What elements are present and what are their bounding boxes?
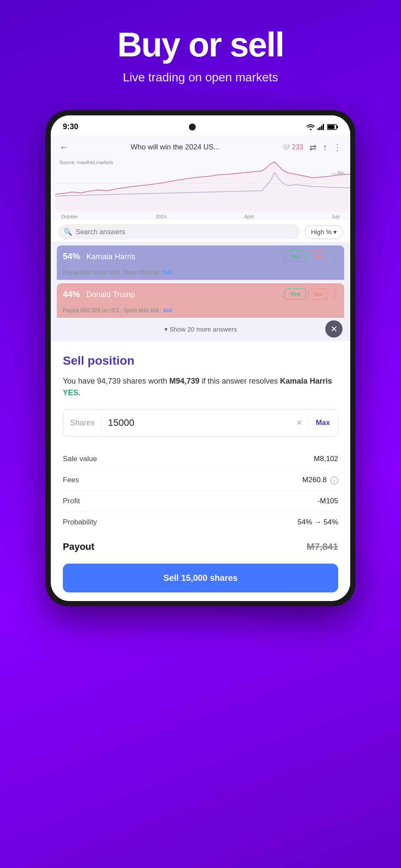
fees-info-icon[interactable]: i — [330, 477, 338, 484]
x-label-april: April — [244, 214, 253, 219]
repost-icon[interactable]: ⇄ — [309, 142, 317, 152]
answer-row-trump: 44% Donald Trump Yes No ⋮ Payout M92,828… — [57, 283, 344, 318]
hero-subtitle: Live trading on open markets — [17, 71, 384, 84]
svg-rect-1 — [318, 128, 319, 130]
more-icon-kamala[interactable]: ⋮ — [330, 251, 338, 261]
answers-overlay: 54% Kamala Harris Yes No ⋮ Payout M94,73… — [51, 242, 350, 341]
chart-header: ← Who will win the 2024 US... 🤍 233 ⇄ ↑ … — [51, 139, 350, 155]
sell-link-trump[interactable]: Sell — [163, 307, 172, 313]
answer-info-trump: 44% Donald Trump — [63, 289, 135, 299]
summary-row-probability: Probability 54% → 54% — [63, 512, 338, 533]
sell-link-kamala[interactable]: Sell — [163, 270, 172, 276]
svg-rect-6 — [337, 126, 338, 128]
fees-label: Fees — [63, 476, 79, 484]
svg-point-0 — [310, 129, 312, 130]
status-time: 9:30 — [63, 122, 78, 131]
no-button-kamala[interactable]: No — [308, 251, 328, 262]
chart-source: Source: manifold.markets — [59, 160, 113, 165]
payout-value-trump: M92,828 — [80, 307, 101, 313]
payout-label-trump: Payout — [63, 307, 80, 313]
battery-icon — [327, 124, 338, 130]
search-icon: 🔍 — [64, 228, 72, 236]
summary-row-profit: Profit -M105 — [63, 491, 338, 512]
shares-label: Shares — [63, 411, 102, 435]
spent-value-trump: M44,468 — [139, 307, 159, 313]
answers-section: 54% Kamala Harris Yes No ⋮ Payout M94,73… — [51, 242, 350, 341]
search-input[interactable] — [76, 228, 294, 236]
search-section: 🔍 High % ▾ — [51, 220, 350, 242]
heart-count: 233 — [292, 143, 303, 151]
summary-row-fees: Fees M260.8 i — [63, 470, 338, 491]
probability-label: Probability — [63, 518, 97, 527]
sell-button[interactable]: Sell 15,000 shares — [63, 564, 338, 592]
spent-value-kamala: M50,193 — [139, 270, 159, 276]
sale-value-value: M8,102 — [314, 455, 338, 463]
x-label-2024: 2024 — [156, 214, 166, 219]
status-camera — [189, 124, 196, 130]
yes-button-trump[interactable]: Yes — [284, 288, 306, 300]
chart-zero-label: — 0% — [331, 170, 344, 176]
back-button[interactable]: ← — [59, 142, 69, 153]
filter-chevron-icon: ▾ — [333, 228, 337, 236]
more-icon[interactable]: ⋮ — [333, 142, 342, 152]
chart-container: Source: manifold.markets — 0% October — [51, 155, 350, 220]
filter-label: High % — [311, 228, 332, 236]
chart-title: Who will win the 2024 US... — [73, 143, 277, 152]
x-label-october: October — [61, 214, 78, 219]
profit-label: Profit — [63, 497, 80, 505]
shares-max-button[interactable]: Max — [308, 411, 338, 435]
payout-label: Payout — [63, 541, 94, 552]
separator-trump: · — [160, 307, 163, 313]
status-icons — [306, 124, 338, 130]
shares-clear-icon[interactable]: ✕ — [291, 418, 308, 428]
more-icon-trump[interactable]: ⋮ — [330, 289, 338, 299]
x-label-july: July — [331, 214, 340, 219]
payout-value-kamala: M94,739 — [80, 270, 101, 276]
payout-on-kamala: on YES · Spent — [102, 270, 139, 276]
answer-info-kamala: 54% Kamala Harris — [63, 251, 136, 261]
payout-value: M7,841 — [307, 541, 338, 552]
heart-icon: 🤍 — [281, 143, 290, 152]
answer-name-kamala: Kamala Harris — [86, 252, 135, 261]
svg-rect-7 — [328, 125, 335, 129]
sell-description: You have 94,739 shares worth M94,739 if … — [63, 375, 338, 399]
filter-button[interactable]: High % ▾ — [305, 225, 343, 239]
svg-rect-4 — [323, 124, 324, 130]
search-bar[interactable]: 🔍 — [58, 224, 300, 239]
sell-title: Sell position — [63, 354, 338, 368]
shares-input-row[interactable]: Shares 15000 ✕ Max — [63, 409, 338, 437]
share-icon[interactable]: ↑ — [323, 143, 327, 152]
answer-name-trump: Donald Trump — [86, 290, 135, 299]
fees-value: M260.8 i — [302, 476, 338, 484]
answer-row-kamala: 54% Kamala Harris Yes No ⋮ Payout M94,73… — [57, 245, 344, 280]
answer-btns-kamala: Yes No ⋮ — [284, 251, 338, 262]
answer-main-kamala: 54% Kamala Harris Yes No ⋮ — [57, 245, 344, 267]
separator-kamala: · — [160, 270, 163, 276]
shares-value[interactable]: 15000 — [102, 409, 291, 436]
payout-label-kamala: Payout — [63, 270, 80, 276]
hero-title: Buy or sell — [17, 26, 384, 64]
probability-value: 54% → 54% — [298, 518, 339, 527]
chart-section: ← Who will win the 2024 US... 🤍 233 ⇄ ↑ … — [51, 135, 350, 220]
heart-button[interactable]: 🤍 233 — [281, 143, 303, 152]
answer-details-kamala: Payout M94,739 on YES · Spent M50,193 · … — [57, 267, 344, 280]
show-more-button[interactable]: ▾ Show 20 more answers — [57, 321, 344, 338]
profit-value: -M105 — [318, 497, 338, 505]
sell-desc-resolve: YES — [63, 388, 78, 397]
sell-desc-1: You have 94,739 shares worth — [63, 377, 170, 385]
answer-details-trump: Payout M92,828 on YES · Spent M44,468 · … — [57, 305, 344, 318]
wifi-icon — [306, 124, 315, 130]
summary-section: Sale value M8,102 Fees M260.8 i Profit -… — [63, 449, 338, 533]
no-button-trump[interactable]: No — [308, 288, 328, 300]
close-button[interactable]: ✕ — [325, 320, 342, 338]
answer-pct-trump: 44% — [63, 289, 80, 299]
answer-pct-kamala: 54% — [63, 251, 80, 261]
sell-desc-mana: M94,739 — [170, 377, 200, 385]
chart-actions: 🤍 233 ⇄ ↑ ⋮ — [281, 142, 342, 152]
yes-button-kamala[interactable]: Yes — [284, 251, 306, 262]
status-bar: 9:30 — [51, 115, 350, 135]
chart-x-labels: October 2024 April July — [55, 213, 346, 220]
payout-row: Payout M7,841 — [63, 533, 338, 555]
answer-btns-trump: Yes No ⋮ — [284, 288, 338, 300]
phone-screen: 9:30 — [51, 115, 350, 601]
